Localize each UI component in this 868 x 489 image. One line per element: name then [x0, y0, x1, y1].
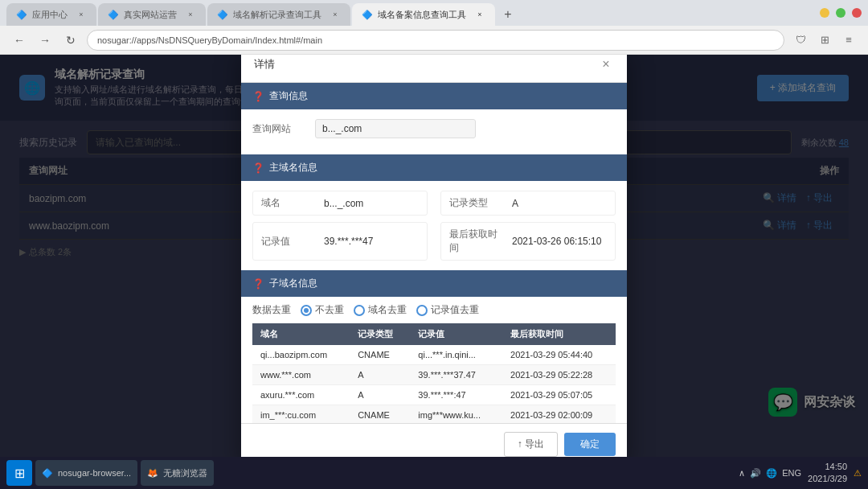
last-fetch-label: 最后获取时间 [449, 228, 506, 255]
sub-row-domain: www.***.com [252, 365, 350, 385]
subdomain-section-title: 子域名信息 [269, 277, 317, 290]
query-section-header: ❓ 查询信息 [241, 83, 627, 109]
domain-dedup-label: 域名去重 [368, 303, 407, 317]
address-bar: ← → ↻ nosugar://apps/NsDNSQueryByDomain/… [0, 26, 868, 55]
taskbar-item-sugarless-icon: 🦊 [147, 468, 158, 479]
tab-2[interactable]: 🔷 真实网站运营 × [98, 3, 206, 26]
domain-label: 域名 [261, 196, 317, 210]
tab3-close[interactable]: × [330, 9, 341, 20]
settings-icon[interactable]: ≡ [839, 31, 858, 50]
record-dedup-option[interactable]: 记录值去重 [416, 303, 479, 317]
refresh-button[interactable]: ↻ [61, 31, 80, 50]
modal-header: 详情 × [241, 55, 627, 83]
domain-value: b..._.com [324, 198, 419, 209]
modal-overlay: 详情 × ❓ 查询信息 查询网站 b..._.com [0, 55, 868, 457]
domain-dedup-option[interactable]: 域名去重 [354, 303, 407, 317]
system-tray: ∧ 🔊 🌐 ENG 14:50 2021/3/29 ⚠ [739, 461, 862, 486]
grid-icon[interactable]: ⊞ [815, 31, 834, 50]
url-input[interactable]: nosugar://apps/NsDNSQueryByDomain/Index.… [87, 30, 784, 51]
subdomain-table-row: axuru.***.com A 39.***.***:47 2021-03-29… [252, 385, 616, 405]
tab1-close[interactable]: × [76, 9, 87, 20]
modal-body: ❓ 查询信息 查询网站 b..._.com ❓ 主域名信息 [241, 83, 627, 423]
domain-section-icon: ❓ [252, 162, 264, 174]
record-value: 39.***.***47 [324, 236, 419, 247]
address-icons: 🛡 ⊞ ≡ [791, 31, 858, 50]
back-button[interactable]: ← [10, 31, 29, 50]
domain-row2: 记录值 39.***.***47 最后获取时间 2021-03-26 06:15… [252, 222, 616, 261]
sub-row-type: CNAME [350, 345, 410, 365]
window-close[interactable] [852, 8, 862, 18]
new-tab-button[interactable]: + [497, 3, 519, 26]
url-text: nosugar://apps/NsDNSQueryByDomain/Index.… [97, 35, 322, 45]
sub-row-time: 2021-03-29 02:00:09 [502, 405, 616, 424]
taskbar-item-sugarless[interactable]: 🦊 无糖浏览器 [141, 460, 214, 486]
tray-icons: ∧ 🔊 🌐 ENG [739, 468, 801, 479]
sub-row-time: 2021-03-29 05:07:05 [502, 385, 616, 405]
tab2-close[interactable]: × [185, 9, 196, 20]
record-type-value: A [512, 198, 607, 209]
subdomain-table-row: www.***.com A 39.***.***37.47 2021-03-29… [252, 365, 616, 385]
tab4-close[interactable]: × [474, 9, 485, 20]
speaker-icon: 🔊 [750, 468, 761, 479]
sub-row-domain: axuru.***.com [252, 385, 350, 405]
sub-col-value: 记录值 [410, 323, 502, 345]
query-label: 查询网站 [252, 122, 309, 136]
main-content: 🌐 域名解析记录查询 支持输入网址/域名进行域名解析记录查询，每日查询次数为50… [0, 55, 868, 457]
tab3-favicon: 🔷 [217, 10, 228, 20]
tab4-favicon: 🔷 [362, 10, 373, 20]
sub-row-domain: im_***:cu.com [252, 405, 350, 424]
last-fetch-field: 最后获取时间 2021-03-26 06:15:10 [440, 222, 616, 261]
modal-footer: ↑ 导出 确定 [241, 423, 627, 457]
query-section-title: 查询信息 [269, 89, 308, 103]
dedup-label: 数据去重 [252, 303, 291, 317]
record-dedup-radio[interactable] [416, 305, 428, 316]
no-dedup-radio[interactable] [301, 305, 312, 316]
query-section-content: 查询网站 b..._.com [241, 109, 627, 154]
taskbar-item-browser-icon: 🔷 [42, 468, 53, 479]
record-value-label: 记录值 [261, 235, 317, 249]
sub-row-type: A [350, 365, 410, 385]
query-value: b..._.com [315, 119, 476, 138]
export-button[interactable]: ↑ 导出 [504, 432, 558, 457]
record-value-field: 记录值 39.***.***47 [252, 222, 428, 261]
sub-row-type: CNAME [350, 405, 410, 424]
sub-col-domain: 域名 [252, 323, 350, 345]
window-minimize[interactable] [820, 8, 829, 18]
sub-col-time: 最后获取时间 [502, 323, 616, 345]
sub-row-type: A [350, 385, 410, 405]
taskbar-item-browser[interactable]: 🔷 nosugar-browser... [35, 460, 137, 486]
last-fetch-value: 2021-03-26 06:15:10 [512, 236, 607, 247]
tab2-label: 真实网站运营 [124, 9, 177, 21]
sub-col-type: 记录类型 [350, 323, 410, 345]
clock-time: 14:50 [808, 461, 847, 473]
subdomain-section-header: ❓ 子域名信息 [241, 270, 627, 297]
modal-close-button[interactable]: × [598, 56, 614, 72]
confirm-button[interactable]: 确定 [564, 433, 616, 456]
window-maximize[interactable] [836, 8, 845, 18]
start-button[interactable]: ⊞ [6, 460, 32, 486]
domain-dedup-radio[interactable] [354, 305, 365, 316]
tab1-label: 应用中心 [32, 9, 68, 21]
sub-row-time: 2021-03-29 05:22:28 [502, 365, 616, 385]
record-type-label: 记录类型 [449, 196, 506, 210]
tab-4[interactable]: 🔷 域名备案信息查询工具 × [352, 3, 495, 26]
record-type-field: 记录类型 A [440, 191, 616, 216]
tab4-label: 域名备案信息查询工具 [378, 9, 466, 21]
domain-row1: 域名 b..._.com 记录类型 A [252, 191, 616, 216]
subdomain-table-row: qi...baozipm.com CNAME qi...***.in.qini.… [252, 345, 616, 365]
no-dedup-option[interactable]: 不去重 [301, 303, 344, 317]
browser-tabs: 🔷 应用中心 × 🔷 真实网站运营 × 🔷 域名解析记录查询工具 × 🔷 域名备… [6, 0, 810, 26]
tab-1[interactable]: 🔷 应用中心 × [6, 3, 96, 26]
taskbar-item-sugarless-label: 无糖浏览器 [163, 467, 207, 479]
filter-controls: 数据去重 不去重 域名去重 记录值去重 [241, 297, 627, 323]
subdomain-section-icon: ❓ [252, 278, 264, 290]
clock-date: 2021/3/29 [808, 473, 847, 485]
up-arrow-icon: ∧ [739, 468, 745, 479]
warning-icon: ⚠ [854, 468, 862, 479]
sub-row-value: 39.***.***37.47 [410, 365, 502, 385]
tab-3[interactable]: 🔷 域名解析记录查询工具 × [207, 3, 350, 26]
taskbar: ⊞ 🔷 nosugar-browser... 🦊 无糖浏览器 ∧ 🔊 🌐 ENG… [0, 457, 868, 489]
record-dedup-label: 记录值去重 [431, 303, 479, 317]
network-icon: 🌐 [766, 468, 777, 479]
forward-button[interactable]: → [35, 31, 55, 50]
